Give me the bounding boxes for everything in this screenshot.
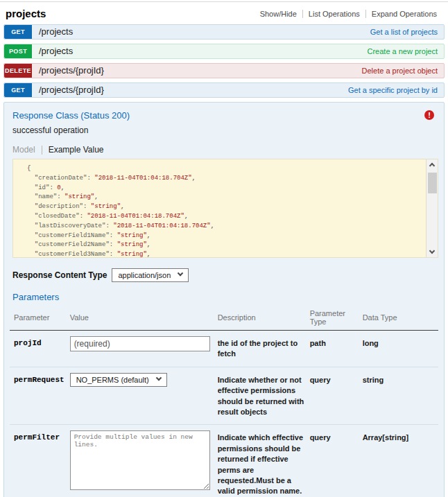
show-hide-link[interactable]: Show/Hide <box>255 10 302 18</box>
endpoint-summary[interactable]: Get a specific project by id <box>348 83 438 97</box>
endpoint-get-projects[interactable]: GET /projects Get a list of projects <box>3 24 445 40</box>
param-row-projid: projId the id of the project to fetch pa… <box>10 331 438 367</box>
scrollbar-thumb[interactable] <box>428 173 437 193</box>
http-method-badge: POST <box>4 44 32 58</box>
param-row-permfilter: permFilter Indicate which effective perm… <box>10 425 438 497</box>
permrequest-select[interactable]: NO_PERMS (default) <box>70 373 167 387</box>
response-class-title: Response Class (Status 200) <box>12 110 130 121</box>
response-content-type-label: Response Content Type <box>12 270 107 280</box>
resource-header: projects Show/Hide List Operations Expan… <box>0 2 448 24</box>
col-data-type: Data Type <box>363 305 438 331</box>
param-description: the id of the project to fetch <box>218 331 310 367</box>
endpoint-post-projects[interactable]: POST /projects Create a new project <box>3 44 445 59</box>
response-class-subtitle: successful operation <box>12 125 438 135</box>
endpoint-path[interactable]: /projects <box>39 44 73 58</box>
tab-model[interactable]: Model <box>12 145 35 155</box>
param-data-type: long <box>363 331 438 367</box>
parameters-table: Parameter Value Description Parameter Ty… <box>10 305 438 497</box>
param-type: query <box>310 367 363 425</box>
response-content-type-row: Response Content Type application/json <box>12 268 438 282</box>
endpoint-summary[interactable]: Get a list of projects <box>370 25 438 39</box>
param-data-type: string <box>363 367 438 425</box>
resource-links: Show/Hide List Operations Expand Operati… <box>255 10 442 18</box>
response-content-type-select[interactable]: application/json <box>112 268 189 282</box>
selected-perm-option: NO_PERMS (default) <box>76 376 149 384</box>
projid-input[interactable] <box>70 336 210 351</box>
list-operations-link[interactable]: List Operations <box>303 10 365 18</box>
endpoint-summary[interactable]: Create a new project <box>368 44 438 58</box>
http-method-badge: GET <box>4 83 32 97</box>
expand-operations-link[interactable]: Expand Operations <box>366 10 442 18</box>
http-method-badge: GET <box>4 25 32 39</box>
col-parameter-type: Parameter Type <box>310 305 363 331</box>
tab-example-value[interactable]: Example Value <box>49 145 104 155</box>
validation-error-icon[interactable]: ! <box>424 110 434 120</box>
example-value-codebox: { "creationDate": "2018-11-04T01:04:18.7… <box>12 159 438 258</box>
table-header-row: Parameter Value Description Parameter Ty… <box>10 305 438 331</box>
param-data-type: Array[string] <box>363 425 438 497</box>
param-name: permFilter <box>10 425 70 497</box>
param-description: Indicate whether or not effective permis… <box>218 367 310 425</box>
resource-title: projects <box>6 8 46 19</box>
example-json: { "creationDate": "2018-11-04T01:04:18.7… <box>13 159 438 258</box>
param-description: Indicate which effective permissions sho… <box>218 425 310 497</box>
response-class-row: Response Class (Status 200) ! <box>10 109 438 121</box>
endpoint-summary[interactable]: Delete a project object <box>362 64 438 78</box>
selected-content-type: application/json <box>118 271 171 279</box>
chevron-down-icon <box>178 270 183 276</box>
permfilter-textarea[interactable] <box>70 430 210 490</box>
chevron-down-icon <box>156 375 162 381</box>
col-parameter: Parameter <box>10 305 70 331</box>
param-type: query <box>310 425 363 497</box>
col-value: Value <box>70 305 218 331</box>
scroll-down-icon[interactable] <box>429 248 435 254</box>
endpoint-delete-project[interactable]: DELETE /projects/{projId} Delete a proje… <box>3 63 445 78</box>
scroll-up-icon[interactable] <box>429 163 435 168</box>
codebox-scrollbar[interactable] <box>426 159 438 257</box>
param-name: permRequest <box>10 367 70 425</box>
param-type: path <box>310 331 363 367</box>
col-description: Description <box>218 305 310 331</box>
parameters-title: Parameters <box>12 292 438 302</box>
tab-separator <box>42 146 42 155</box>
endpoint-get-project-by-id[interactable]: GET /projects/{projId} Get a specific pr… <box>3 82 445 98</box>
http-method-badge: DELETE <box>4 64 32 78</box>
endpoint-list: GET /projects Get a list of projects POS… <box>3 24 445 98</box>
endpoint-path[interactable]: /projects <box>39 25 73 39</box>
operation-panel: Response Class (Status 200) ! successful… <box>3 102 445 497</box>
endpoint-path[interactable]: /projects/{projId} <box>39 83 104 97</box>
endpoint-path[interactable]: /projects/{projId} <box>39 64 104 78</box>
model-tabs: Model Example Value <box>12 145 438 155</box>
param-row-permrequest: permRequest NO_PERMS (default) Indicate … <box>10 367 438 425</box>
param-name: projId <box>10 331 70 367</box>
